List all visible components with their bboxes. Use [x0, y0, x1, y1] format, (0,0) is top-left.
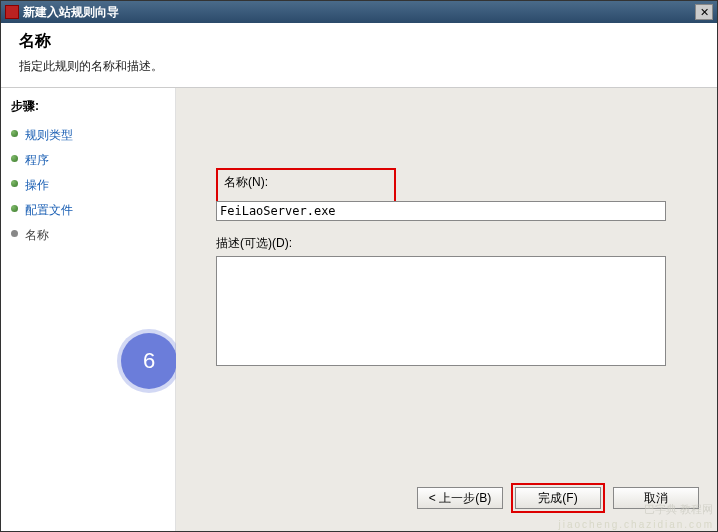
wizard-body: 步骤: 规则类型 程序 操作 配置文件 名称 6 名称(N): 描述(可选)(D… [1, 88, 717, 531]
step-rule-type[interactable]: 规则类型 [1, 123, 175, 148]
desc-textarea[interactable] [216, 256, 666, 366]
steps-sidebar: 步骤: 规则类型 程序 操作 配置文件 名称 6 [1, 88, 176, 531]
step-action[interactable]: 操作 [1, 173, 175, 198]
back-button[interactable]: < 上一步(B) [417, 487, 503, 509]
watermark-url: jiaocheng.chazidian.com [558, 519, 714, 530]
name-label: 名称(N): [224, 174, 388, 191]
step-name: 名称 [1, 223, 175, 248]
finish-button[interactable]: 完成(F) [515, 487, 601, 509]
wizard-header: 名称 指定此规则的名称和描述。 [1, 23, 717, 88]
wizard-content: 名称(N): 描述(可选)(D): < 上一步(B) 完成(F) 取消 巴字典 … [176, 88, 717, 531]
desc-block: 描述(可选)(D): [216, 235, 699, 369]
step-profile[interactable]: 配置文件 [1, 198, 175, 223]
name-input-wrap [216, 201, 699, 221]
wizard-window: 新建入站规则向导 ✕ 名称 指定此规则的名称和描述。 步骤: 规则类型 程序 操… [0, 0, 718, 532]
step-program[interactable]: 程序 [1, 148, 175, 173]
desc-label: 描述(可选)(D): [216, 235, 699, 252]
page-subtitle: 指定此规则的名称和描述。 [19, 58, 699, 75]
finish-highlight: 完成(F) [511, 483, 605, 513]
steps-heading: 步骤: [1, 94, 175, 123]
form-area: 名称(N): 描述(可选)(D): [176, 88, 717, 393]
app-icon [5, 5, 19, 19]
close-button[interactable]: ✕ [695, 4, 713, 20]
wizard-footer: < 上一步(B) 完成(F) 取消 [417, 483, 699, 513]
page-title: 名称 [19, 31, 699, 52]
name-input[interactable] [216, 201, 666, 221]
titlebar[interactable]: 新建入站规则向导 ✕ [1, 1, 717, 23]
window-title: 新建入站规则向导 [23, 4, 695, 21]
annotation-badge: 6 [121, 333, 177, 389]
cancel-button[interactable]: 取消 [613, 487, 699, 509]
name-label-highlight: 名称(N): [216, 168, 396, 203]
